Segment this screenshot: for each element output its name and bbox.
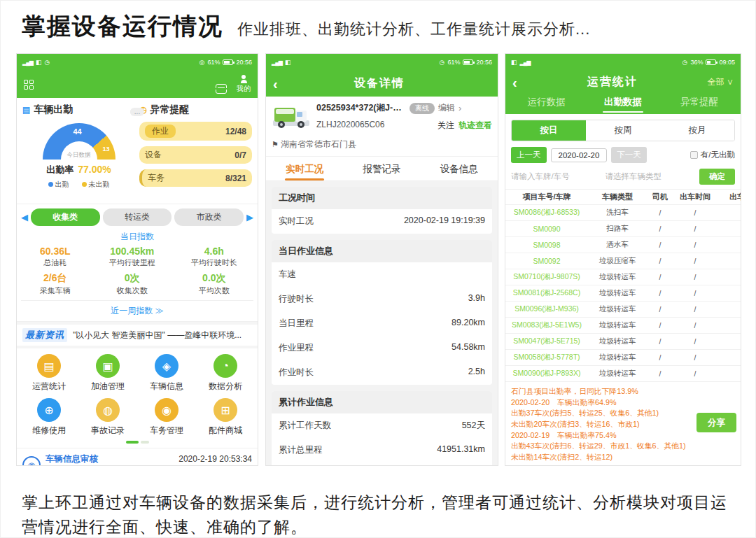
table-row: SM0090扫路车// <box>505 221 741 237</box>
news-text: "以小见大 智造美丽中国" ——盈峰中联环境... <box>73 330 241 341</box>
plate-link[interactable]: SM0090(湘J-P893X) <box>505 369 588 378</box>
vehicle-serial: ZLHJ2020065C06 <box>316 120 384 132</box>
section-title: 累计作业信息 <box>272 391 492 413</box>
app-fuel-management[interactable]: ▣加油管理 <box>78 354 137 392</box>
detail-row: 累计总里程41951.31km <box>272 438 492 462</box>
table-row: SM0090(湘J-P893X)垃圾转运车// <box>505 366 741 382</box>
tab-attendance-data[interactable]: 出勤数据 <box>584 91 661 114</box>
summary-line: 石门县项目出勤率，日同比下降13.9% <box>511 386 735 397</box>
table-header-row: 项目车号/车牌车辆类型司机出车时间出车 <box>505 189 741 205</box>
plate-link[interactable]: SM0081(湘J-2568C) <box>505 288 588 298</box>
edit-button[interactable]: 编辑 <box>438 102 455 114</box>
page: 掌握设备运行情况 作业排班、出勤统计分析、工作量统计展示分析... ▂▄▆◧◷ … <box>0 0 756 538</box>
date-input[interactable]: 2020-02-20 <box>551 148 608 162</box>
tab-device-info[interactable]: 设备信息 <box>421 157 498 180</box>
metric-avg-mileage: 100.45km平均行驶里程 <box>90 246 175 268</box>
person-icon <box>241 80 247 83</box>
segment-by-day[interactable]: 按日 <box>512 120 586 141</box>
back-button[interactable]: ‹ <box>273 77 278 91</box>
shield-check-icon: ◉ <box>155 398 178 422</box>
tab-realtime-status[interactable]: 实时工况 <box>266 157 343 180</box>
dashboard-cards: ▤车辆出勤 44 13 今日数据 出勤率 77.00% 出勤 未出勤 ... <box>17 98 258 204</box>
prev-category-arrow[interactable]: ◀ <box>21 212 28 222</box>
alert-row-work[interactable]: 作业12/48 <box>139 122 252 141</box>
detail-row: 当日里程89.20km <box>272 311 492 336</box>
news-ticker[interactable]: 最新资讯 "以小见大 智造美丽中国" ——盈峰中联环境... <box>17 322 258 348</box>
plate-link[interactable]: SM0096(湘J-M936) <box>505 304 588 314</box>
back-button[interactable]: ‹ <box>512 76 517 90</box>
category-tab-collect[interactable]: 收集类 <box>31 208 100 226</box>
alert-row-device[interactable]: 设备0/7 <box>139 146 252 164</box>
alert-row-vehicle[interactable]: 车务8/321 <box>139 169 252 187</box>
app-parts-mall[interactable]: ⊞配件商城 <box>196 398 255 437</box>
nfc-icon: ◧ <box>36 59 42 66</box>
plate-link[interactable]: SM0098 <box>505 241 588 249</box>
next-day-button[interactable]: 下一天 <box>611 147 647 163</box>
battery-percent: 36% <box>690 59 703 66</box>
app-vehicle-info[interactable]: ◈车辆信息 <box>137 354 196 392</box>
qr-code-icon[interactable] <box>24 80 34 90</box>
battery-percent: 61% <box>207 59 220 66</box>
home-header: 我的 <box>17 71 258 98</box>
share-button[interactable]: 分享 <box>696 413 736 432</box>
tab-abnormal-alerts[interactable]: 异常提醒 <box>662 91 738 114</box>
detail-row: 行驶时长3.9h <box>272 287 492 311</box>
plate-link[interactable]: SM0092 <box>505 257 588 265</box>
plate-link[interactable]: SM0090 <box>505 225 588 233</box>
prev-day-button[interactable]: 上一天 <box>511 147 547 163</box>
stats-header: ‹ 运营统计 全部 ∨ 运行数据 出勤数据 异常提醒 <box>505 71 741 114</box>
segment-by-week[interactable]: 按周 <box>586 120 660 141</box>
table-row: SM0086(湘J-68533)洗扫车// <box>505 205 741 221</box>
rate-value: 77.00% <box>78 164 111 175</box>
operation-stats-icon: ▤ <box>37 354 61 378</box>
battery-icon <box>223 59 233 65</box>
device-detail-body: 工况时间 实时工况2020-02-19 19:19:39 当日作业信息 车速 行… <box>266 181 498 465</box>
gauge-center-label: 今日数据 <box>43 151 115 160</box>
tab-alarm-records[interactable]: 报警记录 <box>343 157 420 180</box>
detail-row: 累计作业里程22784.21km <box>272 462 492 465</box>
filter-all-dropdown[interactable]: 全部 ∨ <box>708 76 734 88</box>
profile-button[interactable]: 我的 <box>237 75 251 94</box>
summary-line: 2020-02-20 车辆出勤率64.9% <box>511 397 735 409</box>
fuel-icon: ▣ <box>96 354 120 378</box>
segment-by-month[interactable]: 按月 <box>660 120 734 141</box>
app-operation-stats[interactable]: ▤运营统计 <box>20 354 78 392</box>
vehicle-code: 02525934*372(湘J-685.. <box>316 102 406 114</box>
plate-link[interactable]: SM0086(湘J-68533) <box>505 208 588 218</box>
stats-title: 运营统计 <box>587 75 638 90</box>
audit-shield-icon: ◉ <box>22 456 41 466</box>
app-data-analysis[interactable]: ◔数据分析 <box>196 354 255 392</box>
track-view-link[interactable]: 轨迹查看 <box>458 120 492 130</box>
detail-row: 作业时长2.5h <box>272 360 492 385</box>
summary-line: 出勤43车次(清扫6、转运29、市政1、收集6、其他1) <box>511 441 735 452</box>
app-vehicle-management[interactable]: ◉车务管理 <box>137 398 196 437</box>
category-tab-municipal[interactable]: 市政类 <box>174 208 244 226</box>
tab-running-data[interactable]: 运行数据 <box>508 91 584 114</box>
phone-screen-home: ▂▄▆◧◷ ◎61%20:56 我的 ▤车辆出勤 44 13 今日数据 <box>16 53 258 466</box>
vehicle-type-select[interactable]: 请选择车辆类型 <box>606 171 696 182</box>
plate-search-input[interactable]: 请输入车牌/车号 <box>511 171 601 182</box>
detail-row: 车速 <box>272 262 492 287</box>
plate-link[interactable]: SM0083(湘J-5E1W5) <box>505 320 588 330</box>
scan-icon[interactable] <box>216 84 227 94</box>
app-accident-records[interactable]: ◍事故记录 <box>78 398 137 437</box>
metric-avg-duration: 4.6h平均行驶时长 <box>175 246 253 268</box>
category-tab-transfer[interactable]: 转运类 <box>103 208 172 226</box>
notice-row[interactable]: ◉ 车辆信息审核 石门县项目车辆信息审核中 2020-2-19 20:53:34… <box>17 448 258 466</box>
alerts-title: 异常提醒 <box>150 104 189 116</box>
follow-button[interactable]: 关注 <box>438 120 454 130</box>
section-title: 工况时间 <box>272 187 492 209</box>
plate-link[interactable]: SM0058(湘J-5778T) <box>505 353 588 362</box>
week-index-link[interactable]: 近一周指数 ≫ <box>21 300 253 321</box>
plate-link[interactable]: SM0047(湘J-5E715) <box>505 337 588 346</box>
confirm-button[interactable]: 确定 <box>699 169 735 185</box>
more-button[interactable]: ... <box>130 108 144 116</box>
app-repair-usage[interactable]: ⊕维修使用 <box>20 398 78 437</box>
statusbar-3: ◧▂▄▆ ◷36%09:05 <box>505 54 741 71</box>
attendance-checkbox[interactable]: 有/无出勤 <box>690 150 735 160</box>
plate-link[interactable]: SM0710(湘J-9807S) <box>505 272 588 282</box>
chevron-right-icon[interactable]: › <box>458 103 461 113</box>
legend-present: 出勤 <box>48 180 69 190</box>
profile-label: 我的 <box>237 84 251 94</box>
next-category-arrow[interactable]: ▶ <box>246 212 253 222</box>
